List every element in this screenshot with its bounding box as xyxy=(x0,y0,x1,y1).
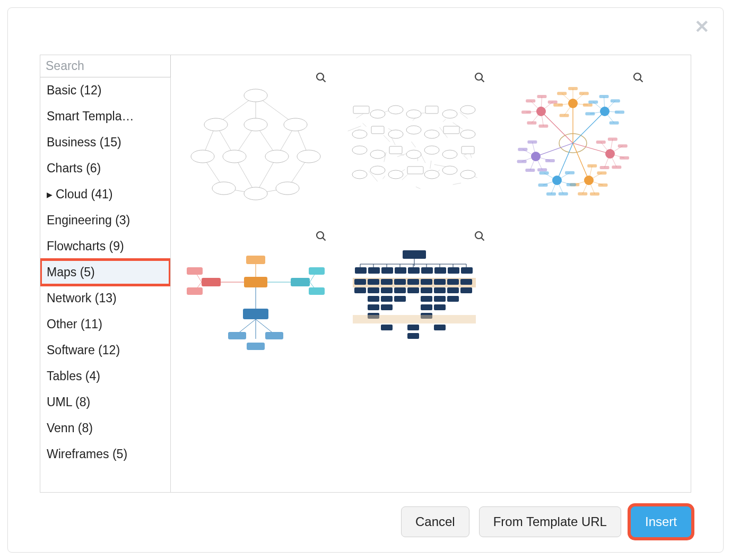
svg-point-23 xyxy=(191,150,214,163)
dialog-footer: Cancel From Template URL Insert xyxy=(8,503,723,552)
template-thumb[interactable] xyxy=(177,223,334,380)
category-item[interactable]: Charts (6) xyxy=(40,155,170,181)
svg-rect-250 xyxy=(368,304,379,310)
magnify-icon[interactable] xyxy=(473,230,486,242)
cancel-button[interactable]: Cancel xyxy=(401,506,469,537)
svg-rect-75 xyxy=(371,126,384,134)
category-item[interactable]: Other (11) xyxy=(40,311,170,337)
category-item[interactable]: Venn (8) xyxy=(40,415,170,441)
dialog-body: Basic (12)Smart Templa…Business (15)Char… xyxy=(40,55,691,493)
category-label: Cloud (41) xyxy=(56,187,112,202)
svg-point-92 xyxy=(424,170,439,179)
category-item[interactable]: Engineering (3) xyxy=(40,207,170,233)
magnify-icon[interactable] xyxy=(473,71,486,84)
svg-point-19 xyxy=(244,89,267,102)
svg-point-84 xyxy=(406,150,421,159)
svg-rect-111 xyxy=(547,100,557,103)
svg-line-96 xyxy=(640,79,642,82)
svg-point-72 xyxy=(442,110,457,118)
svg-line-215 xyxy=(237,319,256,334)
template-thumb[interactable] xyxy=(177,65,334,221)
svg-rect-259 xyxy=(407,279,419,285)
svg-rect-145 xyxy=(607,137,617,141)
svg-point-95 xyxy=(634,73,641,80)
svg-point-93 xyxy=(442,166,457,174)
svg-point-76 xyxy=(388,130,403,138)
svg-rect-67 xyxy=(353,106,369,113)
template-thumb[interactable] xyxy=(336,223,492,380)
svg-rect-276 xyxy=(381,325,393,330)
svg-line-138 xyxy=(605,111,614,123)
category-item[interactable]: Wireframes (5) xyxy=(40,441,170,467)
svg-rect-119 xyxy=(557,92,567,95)
svg-rect-109 xyxy=(537,95,546,98)
svg-rect-278 xyxy=(407,333,419,339)
svg-rect-131 xyxy=(588,100,598,103)
svg-rect-179 xyxy=(518,147,527,151)
svg-rect-268 xyxy=(434,296,446,302)
svg-point-88 xyxy=(352,170,367,179)
magnify-icon[interactable] xyxy=(315,71,327,84)
svg-point-70 xyxy=(406,110,421,118)
category-label: Software (12) xyxy=(47,343,120,357)
svg-rect-135 xyxy=(610,99,620,102)
category-item[interactable]: Software (12) xyxy=(40,337,170,363)
svg-rect-161 xyxy=(598,183,607,187)
svg-rect-223 xyxy=(403,250,426,259)
category-item[interactable]: Smart Templa… xyxy=(40,103,170,129)
category-item[interactable]: Flowcharts (9) xyxy=(40,233,170,259)
template-thumb[interactable] xyxy=(336,65,492,221)
svg-point-78 xyxy=(424,130,439,138)
close-icon[interactable]: ✕ xyxy=(694,18,709,36)
svg-rect-232 xyxy=(448,267,459,274)
svg-rect-220 xyxy=(247,343,265,350)
category-label: Other (11) xyxy=(47,317,102,331)
svg-rect-159 xyxy=(597,171,606,174)
svg-rect-71 xyxy=(425,106,438,113)
svg-point-82 xyxy=(370,150,385,159)
svg-rect-91 xyxy=(407,167,423,174)
svg-rect-256 xyxy=(394,279,406,285)
template-dialog: ✕ Basic (12)Smart Templa…Business (15)Ch… xyxy=(7,7,724,553)
svg-rect-255 xyxy=(381,304,393,310)
template-thumb[interactable] xyxy=(494,65,651,221)
svg-rect-171 xyxy=(545,159,554,162)
insert-button[interactable]: Insert xyxy=(631,506,691,537)
svg-rect-219 xyxy=(265,332,283,339)
category-item[interactable]: Basic (12) xyxy=(40,77,170,103)
svg-rect-249 xyxy=(368,296,379,302)
svg-rect-271 xyxy=(447,287,459,293)
svg-rect-121 xyxy=(568,87,578,90)
from-template-url-button[interactable]: From Template URL xyxy=(479,506,621,537)
category-item[interactable]: Network (13) xyxy=(40,285,170,311)
category-item[interactable]: ▶Cloud (41) xyxy=(40,181,170,207)
svg-line-35 xyxy=(443,119,446,121)
svg-line-33 xyxy=(362,123,366,126)
svg-point-29 xyxy=(276,182,299,195)
svg-rect-123 xyxy=(579,92,588,95)
svg-rect-133 xyxy=(599,95,608,98)
svg-point-2 xyxy=(317,73,324,80)
category-label: Basic (12) xyxy=(47,83,102,98)
category-item[interactable]: Business (15) xyxy=(40,129,170,155)
svg-point-80 xyxy=(460,130,475,138)
svg-line-31 xyxy=(481,79,484,82)
svg-rect-225 xyxy=(355,267,367,274)
svg-rect-187 xyxy=(566,183,576,186)
magnify-icon[interactable] xyxy=(315,230,327,242)
category-item[interactable]: Maps (5) xyxy=(40,259,170,285)
svg-point-81 xyxy=(352,146,367,154)
svg-point-85 xyxy=(424,146,439,154)
svg-point-28 xyxy=(244,187,267,200)
svg-rect-125 xyxy=(582,103,592,106)
category-label: Venn (8) xyxy=(47,421,93,435)
svg-rect-117 xyxy=(553,103,563,106)
magnify-icon[interactable] xyxy=(632,71,645,84)
svg-rect-233 xyxy=(461,267,473,274)
category-item[interactable]: Tables (4) xyxy=(40,363,170,389)
svg-point-89 xyxy=(370,166,385,174)
svg-rect-129 xyxy=(585,112,595,115)
template-gallery xyxy=(171,55,691,492)
category-item[interactable]: UML (8) xyxy=(40,389,170,415)
svg-point-73 xyxy=(460,106,475,114)
